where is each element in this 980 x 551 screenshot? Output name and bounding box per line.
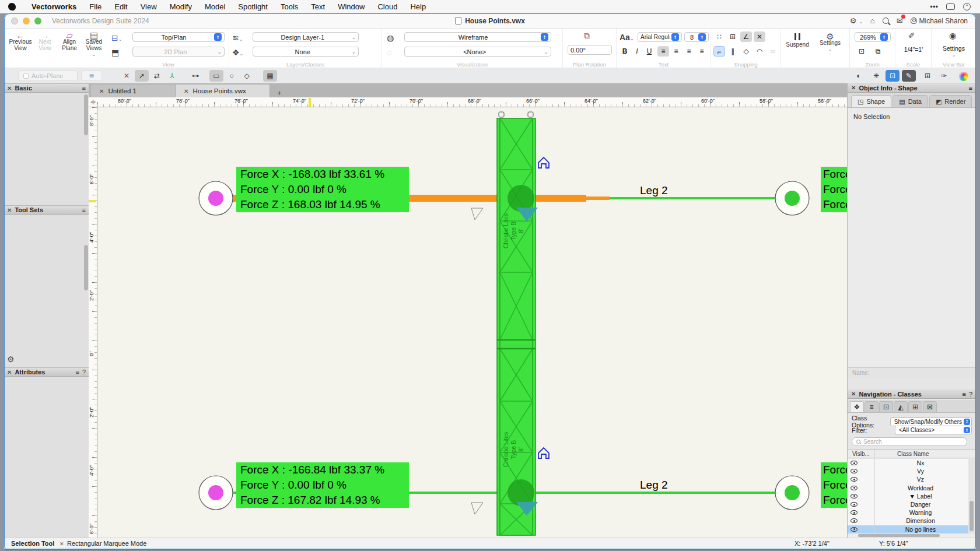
move-mode-icon[interactable]: ⇄: [150, 70, 164, 82]
search-input[interactable]: Search: [852, 437, 967, 446]
render-teapot-icon[interactable]: ◍: [387, 33, 394, 43]
menu-item-window[interactable]: Window: [331, 2, 371, 11]
menu-item-model[interactable]: Model: [198, 2, 232, 11]
class-row-vz[interactable]: Vz: [848, 475, 968, 483]
class-row-label[interactable]: ▼ Label: [848, 492, 968, 500]
auto-plane-toggle[interactable]: Auto-Plane: [18, 71, 78, 81]
polygon-marquee-icon[interactable]: ◇: [240, 70, 254, 82]
apple-menu-icon[interactable]: [8, 3, 16, 10]
close-icon[interactable]: ✕: [7, 85, 12, 92]
italic-button[interactable]: I: [631, 46, 643, 57]
control-center-icon[interactable]: ⌃: [963, 3, 971, 10]
scale-value[interactable]: 1/4"=1': [895, 46, 932, 53]
brush-icon[interactable]: ✑: [937, 70, 951, 82]
visibility-eye-icon[interactable]: [850, 477, 858, 482]
menu-item-help[interactable]: Help: [404, 2, 432, 11]
minimize-window-button[interactable]: [23, 17, 30, 24]
tab-untitled[interactable]: ✕Untitled 1: [91, 85, 176, 97]
sheet-layers-tab[interactable]: ⊡: [879, 401, 893, 412]
class-row-workload[interactable]: Workload: [848, 484, 968, 492]
render-ball-icon[interactable]: [957, 70, 971, 82]
class-options-dropdown[interactable]: Show/Snap/Modify Others ▲▼: [890, 417, 972, 426]
class-row-vy[interactable]: Vy: [848, 467, 968, 475]
text-style-button[interactable]: Aa⌄: [620, 33, 634, 42]
tab-data[interactable]: ▤Data: [892, 95, 928, 107]
saved-views-tab[interactable]: ⊞: [908, 401, 922, 412]
stack-icon[interactable]: ⊞: [921, 70, 935, 82]
menu-item-spotlight[interactable]: Spotlight: [232, 2, 274, 11]
fit-page-icon[interactable]: ⧉: [872, 46, 884, 57]
next-view-button[interactable]: →Next View: [33, 32, 57, 51]
mail-icon[interactable]: ✉: [897, 16, 903, 25]
align-right-button[interactable]: ≡: [683, 46, 695, 57]
snap-angle-icon[interactable]: ∠: [740, 31, 752, 42]
truss[interactable]: Christie LitesType B8'Christie LitesType…: [497, 112, 536, 535]
tool-sets-gear-icon[interactable]: ⚙: [7, 355, 15, 364]
axis-mode-icon[interactable]: ⅄: [165, 70, 179, 82]
loaded-bridle-line-tail[interactable]: [586, 196, 610, 200]
visibility-eye-icon[interactable]: [850, 461, 858, 465]
menu-item-vectorworks[interactable]: Vectorworks: [25, 2, 83, 11]
class-row-dimension[interactable]: Dimension: [848, 517, 968, 525]
object-info-header[interactable]: ✕ Object Info - Shape ≡: [848, 83, 976, 93]
lasso-marquee-icon[interactable]: ○: [225, 70, 239, 82]
menu-item-text[interactable]: Text: [304, 2, 331, 11]
class-row-warning[interactable]: Warning: [848, 508, 968, 517]
projection-dropdown[interactable]: 2D Plan⌄: [132, 47, 225, 57]
plan-rotation-icon[interactable]: ⧉: [584, 31, 590, 41]
tab-shape[interactable]: ◳Shape: [851, 95, 891, 107]
close-icon[interactable]: ✕: [7, 369, 12, 375]
basic-palette-header[interactable]: ✕ Basic ≡: [4, 83, 89, 93]
view-mode-dropdown[interactable]: Top/Plan▲▼: [132, 32, 225, 42]
scale-icon[interactable]: ✐: [908, 31, 915, 40]
snap-grid-icon[interactable]: ∷: [713, 31, 725, 42]
basic-scrollbar[interactable]: [84, 94, 88, 135]
menu-icon[interactable]: ≡: [82, 206, 86, 213]
menu-icon[interactable]: ≡: [962, 391, 965, 398]
design-layers-tab[interactable]: ≡: [864, 401, 878, 412]
menu-item-cloud[interactable]: Cloud: [371, 2, 404, 11]
viewports-tab[interactable]: ◭: [894, 401, 908, 412]
drawing-canvas[interactable]: Christie LitesType B8'Christie LitesType…: [97, 107, 847, 538]
visibility-eye-icon[interactable]: [850, 469, 858, 473]
close-icon[interactable]: ✕: [851, 85, 856, 91]
classes-icon[interactable]: ❖⌄: [232, 48, 243, 57]
previous-view-button[interactable]: ←Previous View: [9, 32, 32, 51]
annotation-icon[interactable]: ✎: [902, 70, 916, 82]
visibility-eye-icon[interactable]: [850, 494, 858, 499]
contrast-view-icon[interactable]: ◐: [852, 70, 866, 82]
snap-edge-icon[interactable]: ⌐: [713, 46, 725, 57]
references-tab[interactable]: ⊠: [923, 401, 937, 412]
house-symbol-top[interactable]: [538, 157, 549, 168]
attributes-palette-header[interactable]: ✕ Attributes ≡ ?: [4, 367, 89, 377]
menu-icon[interactable]: ≡: [75, 368, 79, 375]
visibility-column-header[interactable]: Visib...: [852, 451, 870, 457]
gear-icon[interactable]: ⚙ ⌄: [850, 16, 863, 25]
close-icon[interactable]: ✕: [99, 88, 104, 94]
visibility-eye-icon[interactable]: [850, 518, 858, 523]
help-icon[interactable]: ?: [969, 391, 972, 398]
truss-end-handle[interactable]: [528, 112, 533, 117]
house-symbol-bottom[interactable]: [538, 448, 549, 458]
new-tab-button[interactable]: +: [270, 89, 289, 97]
classes-tab[interactable]: ❖: [850, 401, 864, 412]
menu-item-modify[interactable]: Modify: [163, 2, 198, 11]
help-icon[interactable]: ?: [82, 368, 86, 375]
unified-view-icon[interactable]: ▦: [263, 70, 277, 82]
snap-object-icon[interactable]: ⊞: [727, 31, 738, 42]
force-label-clipped-top[interactable]: ForceForceForce: [821, 167, 847, 212]
force-label-bottom[interactable]: Force X : -166.84 lbf 33.37 %Force Y : 0…: [236, 462, 409, 508]
close-icon[interactable]: ✕: [851, 391, 856, 397]
snapping-settings-button[interactable]: ⚙Settings⌄: [815, 33, 845, 52]
suspend-snapping-button[interactable]: Suspend: [782, 33, 813, 48]
canvas-graphics[interactable]: Christie LitesType B8'Christie LitesType…: [97, 107, 847, 538]
navigation-header[interactable]: ✕ Navigation - Classes ≡ ?: [848, 389, 976, 399]
visibility-eye-icon[interactable]: [850, 527, 858, 532]
class-list-hscrollbar[interactable]: [848, 534, 976, 538]
render-style-dropdown[interactable]: <None>⌄: [404, 47, 551, 57]
class-row-no-go-lines[interactable]: No go lines: [848, 525, 968, 534]
menu-item-tools[interactable]: Tools: [274, 2, 304, 11]
menu-item-view[interactable]: View: [134, 2, 163, 11]
snap-parallel-icon[interactable]: ∥: [727, 46, 738, 57]
snap-intersection-icon[interactable]: ✕: [754, 31, 765, 42]
